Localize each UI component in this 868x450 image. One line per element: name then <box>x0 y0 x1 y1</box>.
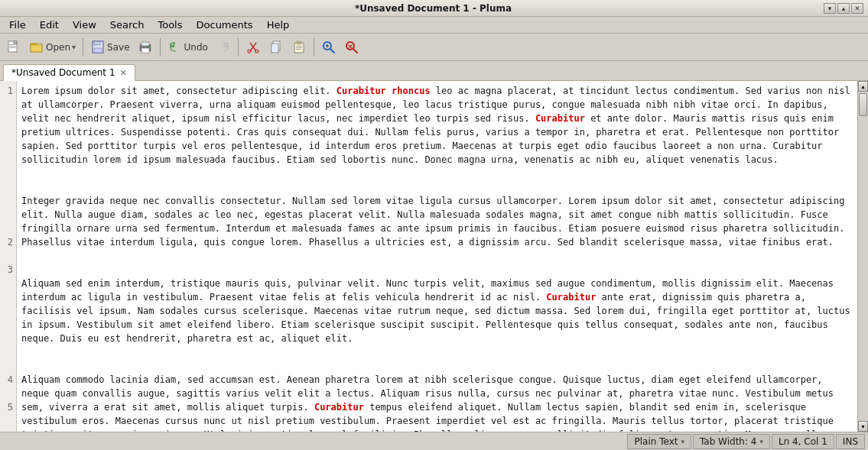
toolbar-sep-4 <box>314 38 314 57</box>
svg-rect-3 <box>9 44 15 45</box>
tab-label: *Unsaved Document 1 <box>11 67 115 78</box>
svg-point-15 <box>148 46 149 47</box>
line-num-1: 1 <box>5 84 13 98</box>
find-icon <box>321 40 336 55</box>
svg-rect-23 <box>297 41 301 44</box>
tab-bar: *Unsaved Document 1 ✕ <box>0 61 868 81</box>
tab-width-dropdown-icon: ▾ <box>759 438 763 445</box>
insert-label: INS <box>843 436 858 447</box>
window-title: *Unsaved Document 1 - Pluma <box>43 3 824 14</box>
toolbar: Open ▾ Save <box>0 34 868 61</box>
new-button[interactable] <box>3 37 24 58</box>
scrollbar-up-button[interactable]: ▴ <box>858 81 868 92</box>
insert-mode: INS <box>836 434 865 449</box>
undo-button[interactable]: Undo <box>164 37 211 58</box>
line-num-2: 2 <box>5 235 13 249</box>
text-editor[interactable]: Lorem ipsum dolor sit amet, consectetur … <box>17 81 857 432</box>
paste-button[interactable] <box>288 37 310 58</box>
tab-close-button[interactable]: ✕ <box>120 68 127 78</box>
menu-bar: File Edit View Search Tools Documents He… <box>0 17 868 34</box>
paragraph-7: Aliquam commodo lacinia diam, sed accums… <box>21 374 839 432</box>
scrollbar-down-button[interactable]: ▾ <box>858 421 868 432</box>
copy-icon <box>268 40 284 55</box>
line-numbers: 1 2 3 4 5 6 7 <box>0 81 17 432</box>
paragraph-1: Lorem ipsum dolor sit amet, consectetur … <box>21 86 856 165</box>
blank-line-6 <box>21 345 853 359</box>
open-button[interactable]: Open ▾ <box>26 37 79 58</box>
open-label: Open <box>46 42 70 53</box>
menu-file[interactable]: File <box>3 18 32 32</box>
line-num-5: 5 <box>5 400 13 414</box>
new-icon <box>6 40 21 55</box>
svg-rect-11 <box>94 48 102 53</box>
redo-icon <box>216 40 231 55</box>
svg-rect-6 <box>31 44 37 45</box>
open-icon <box>29 40 44 55</box>
paragraph-3: Integer gravida neque nec convallis cons… <box>21 196 850 248</box>
maximize-button[interactable]: ▴ <box>837 3 850 14</box>
replace-button[interactable] <box>341 37 362 58</box>
svg-rect-13 <box>141 42 149 46</box>
svg-rect-14 <box>141 48 149 53</box>
tab-width-label: Tab Width: 4 <box>700 436 756 447</box>
replace-icon <box>344 40 359 55</box>
menu-search[interactable]: Search <box>104 18 151 32</box>
plain-text-dropdown-icon: ▾ <box>681 438 684 445</box>
undo-label: Undo <box>184 42 208 53</box>
redo-button[interactable] <box>213 37 234 58</box>
svg-rect-7 <box>31 45 42 52</box>
copy-button[interactable] <box>265 37 287 58</box>
svg-line-32 <box>353 49 357 53</box>
save-icon <box>90 40 106 55</box>
svg-rect-21 <box>271 44 278 53</box>
menu-edit[interactable]: Edit <box>34 18 65 32</box>
save-button[interactable]: Save <box>87 37 132 58</box>
svg-rect-5 <box>9 47 16 48</box>
paragraph-5: Aliquam sed enim interdum, tristique mau… <box>21 278 856 344</box>
title-bar: *Unsaved Document 1 - Pluma ▾ ▴ ✕ <box>0 0 868 17</box>
toolbar-sep-2 <box>160 38 161 57</box>
toolbar-sep-3 <box>238 38 239 57</box>
plain-text-selector[interactable]: Plain Text ▾ <box>627 434 691 449</box>
position-label: Ln 4, Col 1 <box>779 436 827 447</box>
line-num-3: 3 <box>5 263 13 277</box>
menu-help[interactable]: Help <box>261 18 296 32</box>
svg-rect-25 <box>296 47 302 48</box>
svg-rect-4 <box>9 46 16 47</box>
open-dropdown-icon: ▾ <box>72 43 76 51</box>
find-button[interactable] <box>318 37 340 58</box>
svg-line-28 <box>330 49 334 53</box>
window-controls: ▾ ▴ ✕ <box>824 3 863 14</box>
editor-container: 1 2 3 4 5 6 7 Lorem ipsum dolor sit amet… <box>0 81 868 432</box>
scrollbar-thumb[interactable] <box>858 92 868 421</box>
cut-button[interactable] <box>242 37 264 58</box>
undo-icon <box>167 40 183 55</box>
blank-line-4 <box>21 249 853 263</box>
close-button[interactable]: ✕ <box>851 3 863 14</box>
print-icon <box>138 40 153 55</box>
status-bar: Plain Text ▾ Tab Width: 4 ▾ Ln 4, Col 1 … <box>0 432 868 450</box>
menu-tools[interactable]: Tools <box>151 18 188 32</box>
plain-text-label: Plain Text <box>634 436 678 447</box>
save-label: Save <box>107 42 129 53</box>
tab-width-selector[interactable]: Tab Width: 4 ▾ <box>693 434 770 449</box>
minimize-button[interactable]: ▾ <box>824 3 836 14</box>
svg-rect-24 <box>296 46 302 47</box>
print-button[interactable] <box>135 37 156 58</box>
menu-documents[interactable]: Documents <box>190 18 259 32</box>
document-tab[interactable]: *Unsaved Document 1 ✕ <box>3 64 135 81</box>
blank-line-2 <box>21 167 853 180</box>
cursor-position: Ln 4, Col 1 <box>772 434 834 449</box>
toolbar-sep-1 <box>83 38 83 57</box>
paste-icon <box>291 40 307 55</box>
line-num-4: 4 <box>5 373 13 387</box>
svg-rect-26 <box>296 49 301 50</box>
scrollbar-grip <box>859 93 867 116</box>
menu-view[interactable]: View <box>67 18 102 32</box>
cut-icon <box>245 40 261 55</box>
svg-rect-10 <box>94 41 100 45</box>
vertical-scrollbar[interactable]: ▴ ▾ <box>857 81 868 432</box>
